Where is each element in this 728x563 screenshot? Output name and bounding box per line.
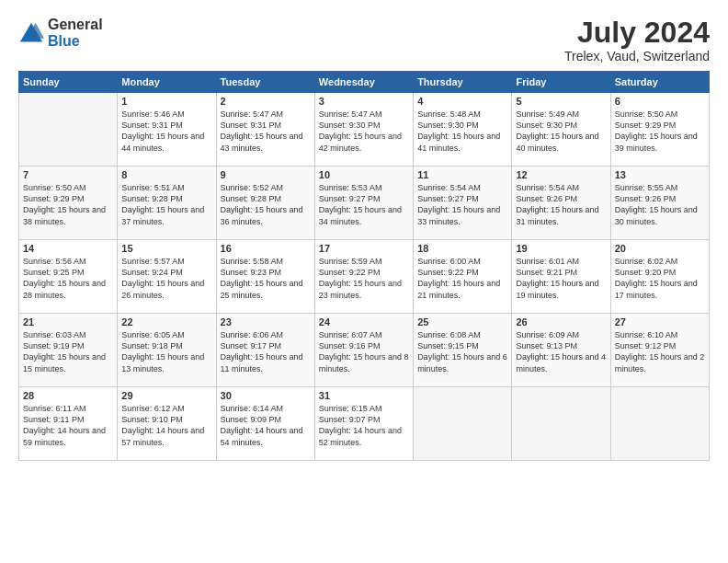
cell-content: Sunrise: 6:10 AMSunset: 9:12 PMDaylight:… [615, 330, 705, 373]
header-row: Sunday Monday Tuesday Wednesday Thursday… [19, 72, 710, 93]
logo-blue-text: Blue [48, 33, 103, 50]
calendar-cell: 25 Sunrise: 6:08 AMSunset: 9:15 PMDaylig… [414, 314, 512, 387]
calendar-cell: 26 Sunrise: 6:09 AMSunset: 9:13 PMDaylig… [512, 314, 610, 387]
day-number: 29 [121, 390, 211, 401]
col-tuesday: Tuesday [216, 72, 314, 93]
cell-content: Sunrise: 6:00 AMSunset: 9:22 PMDaylight:… [417, 257, 500, 299]
cell-content: Sunrise: 6:14 AMSunset: 9:09 PMDaylight:… [221, 404, 303, 446]
calendar-week-1: 7 Sunrise: 5:50 AMSunset: 9:29 PMDayligh… [19, 167, 710, 240]
calendar-cell: 24 Sunrise: 6:07 AMSunset: 9:16 PMDaylig… [314, 314, 413, 387]
day-number: 9 [221, 169, 311, 180]
calendar-cell: 11 Sunrise: 5:54 AMSunset: 9:27 PMDaylig… [414, 167, 512, 240]
cell-content: Sunrise: 6:11 AMSunset: 9:11 PMDaylight:… [23, 404, 106, 446]
calendar-cell: 3 Sunrise: 5:47 AMSunset: 9:30 PMDayligh… [314, 93, 413, 167]
calendar-cell: 12 Sunrise: 5:54 AMSunset: 9:26 PMDaylig… [512, 167, 610, 240]
day-number: 15 [121, 243, 211, 254]
col-thursday: Thursday [414, 72, 512, 93]
day-number: 12 [516, 169, 606, 180]
subtitle: Trelex, Vaud, Switzerland [564, 49, 710, 63]
cell-content: Sunrise: 5:54 AMSunset: 9:27 PMDaylight:… [417, 183, 500, 225]
day-number: 21 [23, 316, 113, 327]
col-monday: Monday [118, 72, 216, 93]
calendar-week-2: 14 Sunrise: 5:56 AMSunset: 9:25 PMDaylig… [19, 240, 710, 314]
day-number: 23 [221, 316, 311, 327]
day-number: 22 [121, 316, 211, 327]
calendar-cell: 15 Sunrise: 5:57 AMSunset: 9:24 PMDaylig… [118, 240, 216, 314]
calendar-cell [512, 387, 610, 461]
calendar-cell: 5 Sunrise: 5:49 AMSunset: 9:30 PMDayligh… [512, 93, 610, 167]
cell-content: Sunrise: 5:56 AMSunset: 9:25 PMDaylight:… [23, 257, 106, 299]
calendar-cell [414, 387, 512, 461]
main-title: July 2024 [564, 17, 710, 49]
col-saturday: Saturday [610, 72, 709, 93]
cell-content: Sunrise: 5:49 AMSunset: 9:30 PMDaylight:… [516, 109, 598, 152]
day-number: 7 [23, 169, 113, 180]
cell-content: Sunrise: 5:59 AMSunset: 9:22 PMDaylight:… [319, 257, 402, 299]
cell-content: Sunrise: 6:07 AMSunset: 9:16 PMDaylight:… [319, 330, 409, 373]
calendar-cell: 18 Sunrise: 6:00 AMSunset: 9:22 PMDaylig… [414, 240, 512, 314]
logo: General Blue [18, 17, 103, 49]
day-number: 3 [319, 96, 409, 107]
cell-content: Sunrise: 6:08 AMSunset: 9:15 PMDaylight:… [417, 330, 507, 373]
day-number: 24 [319, 316, 409, 327]
cell-content: Sunrise: 6:02 AMSunset: 9:20 PMDaylight:… [615, 257, 698, 299]
cell-content: Sunrise: 5:46 AMSunset: 9:31 PMDaylight:… [121, 109, 204, 152]
calendar-cell: 27 Sunrise: 6:10 AMSunset: 9:12 PMDaylig… [610, 314, 709, 387]
calendar-cell: 10 Sunrise: 5:53 AMSunset: 9:27 PMDaylig… [314, 167, 413, 240]
cell-content: Sunrise: 5:57 AMSunset: 9:24 PMDaylight:… [121, 257, 204, 299]
cell-content: Sunrise: 5:58 AMSunset: 9:23 PMDaylight:… [221, 257, 303, 299]
cell-content: Sunrise: 5:50 AMSunset: 9:29 PMDaylight:… [23, 183, 106, 225]
cell-content: Sunrise: 5:48 AMSunset: 9:30 PMDaylight:… [417, 109, 500, 152]
day-number: 28 [23, 390, 113, 401]
calendar-table: Sunday Monday Tuesday Wednesday Thursday… [18, 71, 710, 461]
day-number: 4 [417, 96, 507, 107]
day-number: 16 [221, 243, 311, 254]
calendar-cell: 2 Sunrise: 5:47 AMSunset: 9:31 PMDayligh… [216, 93, 314, 167]
cell-content: Sunrise: 5:55 AMSunset: 9:26 PMDaylight:… [615, 183, 698, 225]
cell-content: Sunrise: 6:03 AMSunset: 9:19 PMDaylight:… [23, 330, 106, 373]
cell-content: Sunrise: 5:47 AMSunset: 9:30 PMDaylight:… [319, 109, 402, 152]
calendar-cell: 7 Sunrise: 5:50 AMSunset: 9:29 PMDayligh… [19, 167, 118, 240]
day-number: 18 [417, 243, 507, 254]
page: General Blue July 2024 Trelex, Vaud, Swi… [0, 0, 728, 563]
calendar-week-3: 21 Sunrise: 6:03 AMSunset: 9:19 PMDaylig… [19, 314, 710, 387]
day-number: 26 [516, 316, 606, 327]
day-number: 30 [221, 390, 311, 401]
calendar-cell: 6 Sunrise: 5:50 AMSunset: 9:29 PMDayligh… [610, 93, 709, 167]
calendar-cell: 8 Sunrise: 5:51 AMSunset: 9:28 PMDayligh… [118, 167, 216, 240]
calendar-cell: 22 Sunrise: 6:05 AMSunset: 9:18 PMDaylig… [118, 314, 216, 387]
calendar-cell: 9 Sunrise: 5:52 AMSunset: 9:28 PMDayligh… [216, 167, 314, 240]
calendar-cell: 28 Sunrise: 6:11 AMSunset: 9:11 PMDaylig… [19, 387, 118, 461]
day-number: 6 [615, 96, 705, 107]
calendar-cell: 17 Sunrise: 5:59 AMSunset: 9:22 PMDaylig… [314, 240, 413, 314]
cell-content: Sunrise: 5:53 AMSunset: 9:27 PMDaylight:… [319, 183, 402, 225]
day-number: 25 [417, 316, 507, 327]
cell-content: Sunrise: 6:05 AMSunset: 9:18 PMDaylight:… [121, 330, 204, 373]
logo-icon [18, 21, 44, 47]
day-number: 14 [23, 243, 113, 254]
day-number: 13 [615, 169, 705, 180]
calendar-cell: 29 Sunrise: 6:12 AMSunset: 9:10 PMDaylig… [118, 387, 216, 461]
calendar-week-0: 1 Sunrise: 5:46 AMSunset: 9:31 PMDayligh… [19, 93, 710, 167]
calendar-week-4: 28 Sunrise: 6:11 AMSunset: 9:11 PMDaylig… [19, 387, 710, 461]
col-wednesday: Wednesday [314, 72, 413, 93]
day-number: 5 [516, 96, 606, 107]
calendar-cell: 31 Sunrise: 6:15 AMSunset: 9:07 PMDaylig… [314, 387, 413, 461]
calendar-cell [19, 93, 118, 167]
calendar-cell: 13 Sunrise: 5:55 AMSunset: 9:26 PMDaylig… [610, 167, 709, 240]
title-area: July 2024 Trelex, Vaud, Switzerland [564, 17, 710, 63]
cell-content: Sunrise: 5:52 AMSunset: 9:28 PMDaylight:… [221, 183, 303, 225]
col-sunday: Sunday [19, 72, 118, 93]
calendar-cell: 1 Sunrise: 5:46 AMSunset: 9:31 PMDayligh… [118, 93, 216, 167]
cell-content: Sunrise: 5:54 AMSunset: 9:26 PMDaylight:… [516, 183, 598, 225]
cell-content: Sunrise: 6:06 AMSunset: 9:17 PMDaylight:… [221, 330, 303, 373]
day-number: 20 [615, 243, 705, 254]
cell-content: Sunrise: 6:12 AMSunset: 9:10 PMDaylight:… [121, 404, 204, 446]
day-number: 27 [615, 316, 705, 327]
logo-general-text: General [48, 17, 103, 33]
cell-content: Sunrise: 6:15 AMSunset: 9:07 PMDaylight:… [319, 404, 402, 446]
day-number: 31 [319, 390, 409, 401]
cell-content: Sunrise: 5:50 AMSunset: 9:29 PMDaylight:… [615, 109, 698, 152]
day-number: 11 [417, 169, 507, 180]
day-number: 1 [121, 96, 211, 107]
